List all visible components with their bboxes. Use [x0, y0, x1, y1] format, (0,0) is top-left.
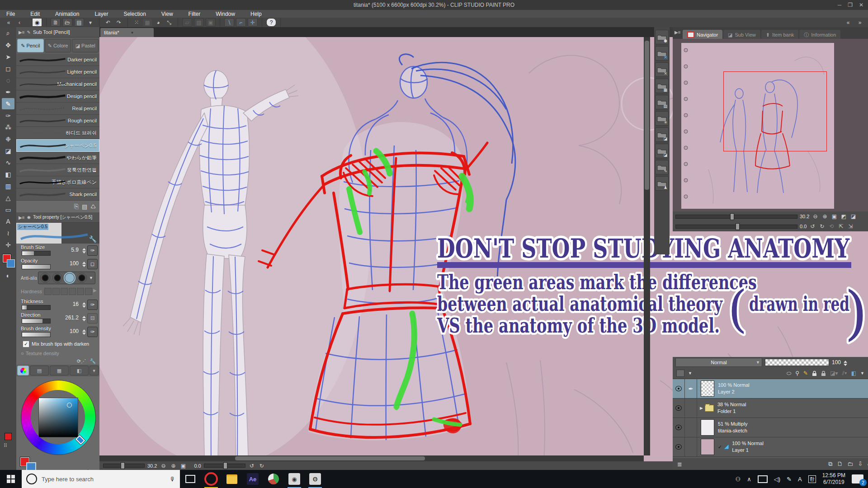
brush-size-value[interactable]: 5.9	[71, 247, 79, 253]
tool-pen[interactable]: ✒	[2, 86, 14, 98]
subtool-item[interactable]: Shark pencil	[16, 188, 99, 201]
brush-density-slider[interactable]	[22, 332, 51, 337]
brush-size-dynamics-button[interactable]: ✑	[87, 245, 98, 256]
layer-opacity-slider[interactable]	[765, 359, 829, 366]
subtool-item[interactable]: Real pencil	[16, 103, 99, 115]
action-center-icon[interactable]: 2	[852, 474, 863, 483]
sub-color-swatch[interactable]	[7, 259, 15, 267]
layer-name[interactable]: Layer 1	[732, 447, 749, 453]
tab-color-mixer[interactable]: ◧	[70, 366, 89, 375]
material-folder-favorites-icon[interactable]: ✕	[655, 46, 669, 61]
document-close-icon[interactable]: ●	[131, 30, 133, 35]
nav-reset-rotation-icon[interactable]: ⟲	[828, 223, 835, 230]
material-folder-all-icon[interactable]: ✕	[655, 62, 669, 77]
layer-panel-options-icon[interactable]: ≣	[677, 461, 682, 468]
thickness-value[interactable]: 16	[73, 301, 79, 307]
fit-screen-icon[interactable]: ▣	[179, 463, 187, 469]
snap-vanish-icon[interactable]: ✛	[248, 18, 258, 27]
layer-thumbnail[interactable]	[701, 439, 714, 455]
anti-alias-none[interactable]	[40, 273, 50, 283]
subtool-item-selected[interactable]: シャーペン0.5	[16, 139, 99, 152]
subtool-tab-pastel[interactable]: ◪Pastel	[72, 39, 99, 52]
taskbar-search[interactable]: Type here to search 🎙	[22, 470, 180, 488]
material-folder-manga-icon[interactable]: ▤	[655, 95, 669, 109]
material-folder-3d-pose-icon[interactable]: ♟	[655, 176, 669, 191]
tool-decoration[interactable]: ❉	[2, 133, 14, 145]
direction-stepper[interactable]	[82, 314, 86, 321]
strip-color-indicator[interactable]	[5, 433, 12, 440]
layer-row-titania-sketch[interactable]: 51 % Multiply titania-sketch	[673, 418, 868, 437]
navigator-preview[interactable]	[673, 39, 868, 211]
layer-name[interactable]: titania-sketch	[718, 428, 747, 433]
anti-alias-weak[interactable]	[52, 273, 62, 283]
deselect-icon[interactable]: ⁙	[132, 19, 141, 26]
material-folder-image-icon[interactable]: ◪	[655, 127, 669, 142]
start-button[interactable]	[0, 470, 22, 488]
brush-density-stepper[interactable]	[82, 328, 86, 335]
menu-filter[interactable]: Filter	[189, 11, 201, 17]
new-layer-icon[interactable]: 🗋	[837, 460, 843, 468]
new-file-icon[interactable]: 🗎	[51, 18, 61, 27]
material-folder-effect-icon[interactable]: ✳	[655, 111, 669, 126]
tab-color-set[interactable]: ▦	[50, 366, 69, 375]
new-folder-icon[interactable]: 🗀	[847, 460, 853, 468]
menu-view[interactable]: View	[161, 11, 173, 17]
minimize-button[interactable]: ─	[838, 2, 842, 8]
subtool-item[interactable]: Lighter pencil	[16, 66, 99, 78]
help-button[interactable]: ?	[266, 18, 276, 27]
canvas-horizontal-scrollbar[interactable]	[99, 455, 644, 461]
expand-right-icon[interactable]: »	[855, 19, 864, 26]
canvas-zoom-slider[interactable]	[103, 464, 145, 468]
rotate-ccw-icon[interactable]: ↺	[248, 463, 255, 469]
tab-information[interactable]: ⓘInformation	[799, 30, 840, 40]
document-tab[interactable]: titania* ●	[100, 28, 154, 37]
opacity-slider[interactable]	[22, 264, 51, 269]
thickness-stepper[interactable]	[82, 300, 86, 308]
people-icon[interactable]: ⚇	[736, 476, 741, 483]
transfer-layer-icon[interactable]: ⧉	[828, 460, 832, 468]
tool-zoom[interactable]: ⌕	[2, 28, 14, 39]
subtool-tab-colored[interactable]: ✎Colore	[45, 39, 71, 52]
mix-brush-checkbox[interactable]: ✓	[23, 341, 29, 347]
new-subtool-icon[interactable]: ▤	[82, 203, 87, 210]
subtool-item[interactable]: 뭉툭연한연필	[16, 164, 99, 176]
nav-fit-icon[interactable]: ▣	[830, 213, 838, 220]
panel-menu-icon[interactable]: ▶≡	[675, 30, 681, 35]
nav-rotate-cw-icon[interactable]: ↻	[818, 223, 826, 230]
copy-subtool-icon[interactable]: ⎘	[74, 203, 79, 210]
tool-marquee[interactable]: ◻	[2, 63, 14, 74]
tab-sub-view[interactable]: ◪Sub View	[723, 30, 760, 40]
blend-mode-dropdown[interactable]: Normal▼	[675, 358, 762, 367]
navigator-rotation-slider[interactable]	[675, 225, 797, 229]
direction-slider[interactable]	[22, 319, 51, 324]
folder-expand-icon[interactable]: ▶	[700, 406, 703, 410]
tool-object[interactable]: ✛	[2, 239, 14, 250]
taskbar-app-explorer[interactable]	[222, 470, 242, 488]
chevron-down-icon[interactable]: ▼	[860, 371, 864, 375]
microphone-icon[interactable]: 🎙	[170, 476, 175, 483]
layer-name[interactable]: Folder 1	[717, 408, 736, 414]
thickness-dynamics-button[interactable]: ✑	[87, 300, 98, 310]
tool-figure[interactable]: △	[2, 192, 14, 203]
subtool-item[interactable]: Darker pencil	[16, 54, 99, 66]
anti-alias-strong[interactable]	[77, 273, 87, 283]
subtool-item[interactable]: やわらか鉛筆	[16, 152, 99, 164]
save-dropdown-icon[interactable]: ▾	[86, 19, 95, 26]
subtool-tab-pencil[interactable]: ✎Pencil	[17, 39, 44, 52]
navigator-zoom-slider[interactable]	[675, 215, 797, 219]
maximize-button[interactable]: ❐	[848, 2, 853, 8]
clip-studio-logo-icon[interactable]: ◉	[32, 18, 42, 27]
snap-grid-icon[interactable]: ▣	[206, 18, 216, 27]
layer-row-folder1[interactable]: ▶ 38 % Normal Folder 1	[673, 399, 868, 418]
lock-transparent-icon[interactable]	[821, 371, 826, 376]
zoom-out-icon[interactable]: ⊖	[160, 463, 167, 469]
menu-help[interactable]: Help	[250, 11, 262, 17]
layer-opacity-stepper[interactable]	[844, 359, 847, 366]
layer-opacity-value[interactable]: 100	[832, 359, 841, 366]
nav-flip-icon[interactable]: ⇱	[837, 223, 844, 230]
layer-thumbnail[interactable]	[701, 419, 714, 436]
fill-icon[interactable]: ◕	[154, 19, 163, 26]
thickness-slider[interactable]	[22, 305, 51, 310]
pen-settings-icon[interactable]: ✎	[787, 476, 792, 483]
menu-selection[interactable]: Selection	[123, 11, 146, 17]
